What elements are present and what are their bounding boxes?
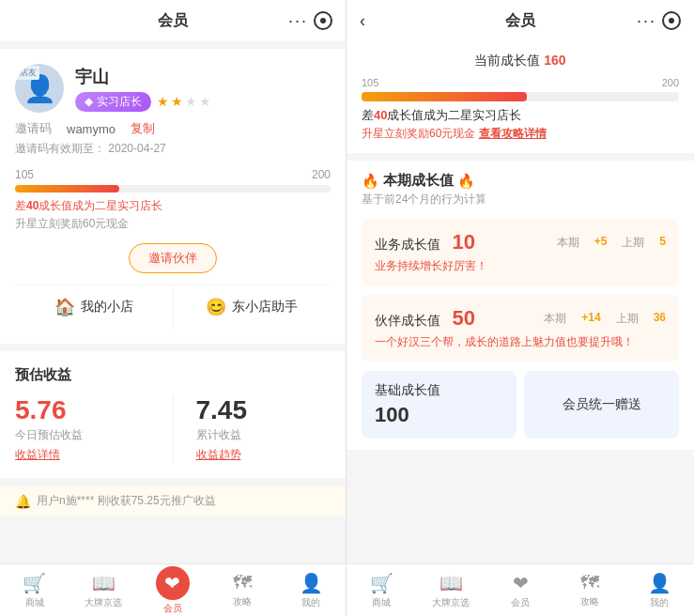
growth-progress-labels: 105 200 [362,77,679,88]
shop-icon: 🏠 [54,297,75,317]
total-label: 累计收益 [196,427,332,443]
right-nav-shop-icon: 🛒 [370,572,393,594]
progress-labels: 105 200 [15,168,331,181]
nav-mine-icon: 👤 [300,572,323,594]
partner-growth-value: 50 [452,306,474,330]
growth-title: 当前成长值 160 [362,53,679,69]
badge-label: 实习店长 [97,94,142,110]
base-growth-item: 基础成长值 100 [362,371,517,439]
star-4: ★ [199,94,211,109]
fire-icon: 🔥 [362,173,379,190]
right-header-dots: ··· [637,11,656,31]
growth-reward: 升星立刻奖励60元现金 查看攻略详情 [362,126,679,142]
right-header-circle [662,11,681,30]
invite-partner-button[interactable]: 邀请伙伴 [129,243,217,273]
progress-bar-bg [15,185,331,192]
left-header-dots: ··· [288,11,308,31]
my-shop-action[interactable]: 🏠 我的小店 [15,285,174,329]
business-growth-item: 业务成长值 10 本期 +5 上期 5 业务持续增长好厉害！ [362,219,679,285]
total-link[interactable]: 收益趋势 [196,447,332,463]
period-section: 🔥 本期成长值 🔥 基于前24个月的行为计算 业务成长值 10 本期 +5 上期 [347,161,694,450]
svg-point-0 [320,18,326,23]
member-gift-text: 会员统一赠送 [563,396,641,413]
nav-shop-label: 商城 [25,596,44,609]
profile-info: 宇山 ◆ 实习店长 ★ ★ ★ ★ [75,66,331,112]
today-link[interactable]: 收益详情 [15,447,150,463]
business-growth-row: 业务成长值 10 本期 +5 上期 5 [375,230,666,254]
quick-actions: 🏠 我的小店 😊 东小店助手 [15,285,331,329]
partner-growth-periods: 本期 +14 上期 36 [544,311,666,327]
svg-point-1 [669,18,674,23]
right-nav-guide-icon: 🗺 [580,572,599,593]
right-nav-mine-icon: 👤 [648,572,671,594]
upgrade-reward: 升星立刻奖励60元现金 [15,216,331,232]
progress-min: 105 [15,168,34,181]
right-nav-member-label: 会员 [511,596,530,609]
partner-last-period-value: 36 [654,311,666,327]
left-header-circle [314,11,332,30]
right-nav-member[interactable]: ❤ 会员 [486,564,555,616]
star-row: ★ ★ ★ ★ [157,94,211,109]
partner-growth-name: 伙伴成长值 [375,313,440,328]
fire-icon-2: 🔥 [457,173,475,190]
right-panel: ‹ 会员 ··· 当前成长值 160 105 200 差40成长值成为二星实习店… [347,0,694,616]
period-title: 🔥 本期成长值 🔥 [362,172,679,190]
profile-name: 宇山 [75,66,331,88]
assistant-label: 东小店助手 [232,299,298,316]
nav-guide[interactable]: 🗺 攻略 [208,564,277,616]
nav-active-indicator: ❤ [156,566,190,600]
right-header-back[interactable]: ‹ [360,11,365,31]
business-growth-periods: 本期 +5 上期 5 [557,235,666,251]
copy-button[interactable]: 复制 [131,120,155,137]
period-subtitle: 基于前24个月的行为计算 [362,192,679,208]
notification-icon: 🔔 [15,494,31,509]
growth-bar-fill [362,92,527,101]
left-content: 👤 店友 宇山 ◆ 实习店长 ★ ★ ★ ★ [0,41,346,563]
shop-label: 我的小店 [81,299,133,316]
right-header-title: 会员 [505,11,535,31]
base-growth-value: 100 [375,403,503,427]
nav-shop-icon: 🛒 [23,572,46,594]
nav-guide-icon: 🗺 [233,572,252,593]
right-nav-jingxuan[interactable]: 📖 大牌京选 [416,564,486,616]
right-nav-guide[interactable]: 🗺 攻略 [555,564,625,616]
growth-link[interactable]: 查看攻略详情 [479,127,547,140]
star-3: ★ [185,94,197,109]
right-nav-mine[interactable]: 👤 我的 [625,564,694,616]
right-nav-mine-label: 我的 [650,596,669,609]
right-nav-jingxuan-icon: 📖 [440,572,463,594]
avatar: 👤 店友 [15,64,64,113]
growth-header: 当前成长值 160 105 200 差40成长值成为二星实习店长 升星立刻奖励6… [347,41,694,153]
partner-growth-desc: 一个好汉三个帮，成长的道路上魅力值也要提升哦！ [375,334,666,350]
right-nav-shop[interactable]: 🛒 商城 [347,564,416,616]
invite-code-label: 邀请码 [15,120,52,137]
earnings-title: 预估收益 [15,366,331,384]
member-gift-item: 会员统一赠送 [524,371,679,439]
nav-member-icon: ❤ [164,572,180,594]
nav-mine[interactable]: 👤 我的 [276,564,346,616]
earnings-card: 预估收益 5.76 今日预估收益 收益详情 7.45 累计收益 收益趋势 [0,351,346,478]
nav-shop[interactable]: 🛒 商城 [0,564,69,616]
partner-current-period-label: 本期 [544,311,566,327]
invite-expire: 邀请码有效期至： 2020-04-27 [15,141,331,157]
progress-bar-fill [15,185,119,192]
star-2: ★ [171,94,183,109]
progress-text: 差40成长值成为二星实习店长 [15,198,331,214]
nav-member-label: 会员 [163,602,182,615]
nav-jingxuan[interactable]: 📖 大牌京选 [69,564,139,616]
left-bottom-nav: 🛒 商城 📖 大牌京选 ❤ 会员 🗺 攻略 👤 我的 [0,563,346,616]
assistant-action[interactable]: 😊 东小店助手 [174,285,332,329]
business-last-period-label: 上期 [622,235,644,251]
right-header: ‹ 会员 ··· [347,0,694,41]
progress-section: 105 200 差40成长值成为二星实习店长 升星立刻奖励60元现金 [15,168,331,232]
badge-row: ◆ 实习店长 ★ ★ ★ ★ [75,92,331,112]
partner-current-period-value: +14 [581,311,600,327]
right-nav-jingxuan-label: 大牌京选 [432,596,470,609]
left-header: 会员 ··· [0,0,346,41]
right-bottom-nav: 🛒 商城 📖 大牌京选 ❤ 会员 🗺 攻略 👤 我的 [347,563,694,616]
star-1: ★ [157,94,169,109]
nav-mine-label: 我的 [301,596,320,609]
nav-member-active[interactable]: ❤ 会员 [138,564,208,616]
today-amount: 5.76 [15,395,150,425]
nav-jingxuan-label: 大牌京选 [85,596,122,609]
